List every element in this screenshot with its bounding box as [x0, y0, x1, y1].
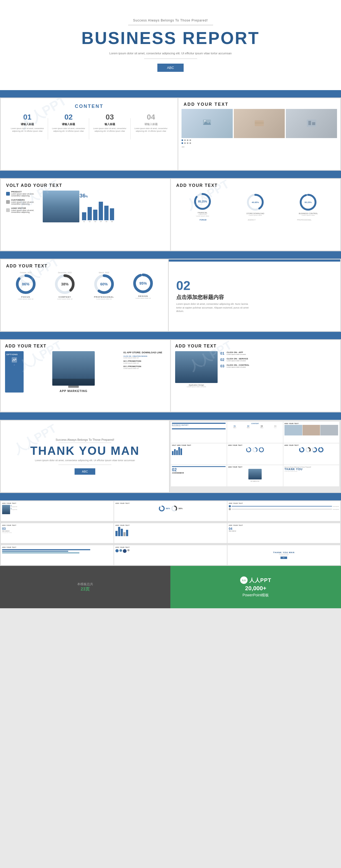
band-blue-4: [0, 332, 341, 339]
tvb1: [172, 451, 174, 455]
content-item-2: 02 请输入标题 Lorem ipsum dolor sit amet, con…: [51, 113, 86, 132]
footer-sub: PowerPoint模板: [243, 593, 269, 598]
cover-abc-button[interactable]: ABC: [158, 64, 183, 72]
et1-1-text: 01 Lorem ipsum dolor 02 Lorem ipsum dolo…: [10, 505, 112, 514]
et1-3-item2: Lorem ipsum: [229, 508, 339, 510]
bar-label-4: 04: [100, 221, 102, 222]
tc-n2t: 请输入: [242, 427, 255, 428]
et1-3-dot1: [229, 505, 231, 507]
et3-2: ADD YOUR TEXT: [114, 545, 227, 565]
add-num-1: 01: [220, 351, 225, 355]
tb-bar2: [172, 428, 226, 429]
et2-1-num: 03: [2, 527, 112, 530]
volt-layout: PRODUCT Lorem ipsum dolor sit amet, cons…: [6, 191, 165, 222]
volt-item-text-3: LEAD VISITOR Lorem ipsum dolor sit amet,…: [11, 207, 40, 213]
tc-n3t: 请输入: [255, 427, 268, 428]
dot-8: [190, 142, 191, 144]
bar-label-6: 06: [111, 221, 113, 222]
add-text-3: CLICK ON - CONTROL Lorem ipsum dolor sit…: [227, 364, 249, 368]
donut-desc-1: Lorem ipsum dolor sit: [15, 298, 36, 300]
content-num-2: 02: [51, 113, 86, 121]
tag-forum: FORUM: [200, 219, 206, 221]
et3-1: ADD YOUR TEXT: [1, 545, 114, 565]
circle-label-1: FINANCIAL: [193, 212, 212, 214]
dot-2: [184, 140, 186, 141]
tc-n1t: 请输入: [228, 427, 241, 428]
extra-thumbs-3: ADD YOUR TEXT ADD YOUR TEXT THANK YOU MA…: [0, 545, 341, 566]
slide-thankyou-left: 人人PPT Success Always Belongs To Those Pr…: [1, 421, 169, 492]
et2b2: [118, 527, 120, 536]
slide-volt-left: 人人PPT VOLT ADD YOUR TEXT PRODUCT Lorem i…: [1, 179, 170, 250]
bar-fill-3: [93, 210, 97, 220]
dot-3: [187, 140, 189, 141]
slide-02-desc: Lorem ipsum dolor sit amet, consectetur …: [176, 302, 251, 313]
cover-tagline: Success Always Belongs To Those Prepared…: [133, 19, 208, 22]
app-monitor: APP MARKETING: [26, 351, 121, 393]
donut-date-2: December, 2023: [54, 272, 75, 274]
bar-4: 04: [99, 202, 103, 222]
add-right-row-3: 03 CLICK ON - CONTROL Lorem ipsum dolor …: [220, 364, 336, 368]
et1-1-d1: Lorem ipsum dolor: [10, 506, 112, 507]
cover-title: BUSINESS REPORT: [82, 28, 260, 48]
et3-1-title: ADD YOUR TEXT: [2, 547, 112, 548]
circle-item-1: 85.25% FINANCIAL CREATION Lorem ipsum do…: [193, 192, 212, 217]
circle-container-1: 85.25%: [193, 192, 212, 211]
extra-thumbs-2: ADD YOUR TEXT 03 请输入标题内容 Lorem ipsum dol…: [0, 522, 341, 544]
img-dots-row-2: [178, 142, 340, 145]
cover-subtitle: Lorem ipsum dolor sit amet, consectetur …: [109, 52, 232, 55]
donut-pct-1: 86%: [22, 282, 29, 286]
et2-1-desc: Lorem ipsum dolor sit amet: [2, 532, 112, 533]
volt-icon-1: [6, 192, 10, 195]
slide-row-4: 人人PPT ADD YOUR TEXT October, 2023 86% FO…: [0, 259, 341, 332]
content-num-1: 01: [9, 113, 45, 121]
donut-label-2: COMPANY: [54, 296, 75, 298]
slide-row-5: 人人PPT ADD YOUR TEXT OPTIONS A APP MARKET…: [0, 339, 341, 412]
et2-3: ADD YOUR TEXT 04 请输入标题内容: [227, 523, 340, 543]
add-desc-1: Lorem ipsum dolor sit amet: [227, 353, 246, 355]
et1-3-line2: [232, 509, 332, 509]
tds-svg3: [312, 447, 317, 453]
bar-3: 03: [93, 210, 97, 222]
bar-5: 05: [104, 206, 109, 222]
et1-1-d2: Lorem ipsum dolor: [10, 509, 112, 510]
footer-left: 本模板总共 23页: [0, 566, 170, 608]
add-right-title: ADD YOUR TEXT: [175, 344, 336, 348]
donut-item-1: October, 2023 86% FOCUS Lorem ipsum dolo…: [15, 272, 36, 300]
volt-item-1: PRODUCT Lorem ipsum dolor sit amet, cons…: [6, 191, 40, 197]
ty-button[interactable]: ABC: [75, 468, 95, 475]
band-blue-5: [0, 412, 341, 420]
circles-row: 85.25% FINANCIAL CREATION Lorem ipsum do…: [176, 192, 335, 217]
tc-n4: 04请输入: [269, 425, 282, 428]
donut-container-3: 60%: [93, 274, 115, 295]
add-right-items: 01 CLICK ON - APP Lorem ipsum dolor sit …: [220, 351, 336, 388]
et1-3-content: Lorem ipsum Lorem ipsum: [229, 505, 339, 510]
bar-fill-6: [110, 208, 114, 220]
app-marketing-label: APP MARKETING: [52, 389, 95, 393]
tty-title: THANK YOU: [284, 468, 338, 471]
bar-label-1: 01: [83, 221, 85, 222]
volt-title: VOLT ADD YOUR TEXT: [6, 183, 165, 188]
tas-title: ADD YOUR TEXT: [228, 466, 282, 468]
et1-3-text2: Lorem ipsum: [333, 508, 339, 510]
volt-mid-panel: 36%: [43, 191, 80, 222]
et2-2-title: ADD YOUR TEXT: [115, 525, 226, 526]
et2-1-sub: 请输入标题内容: [2, 530, 112, 532]
thumb-circles-sm: ADD YOUR TEXT: [227, 443, 283, 465]
tc-n1: 01请输入: [228, 425, 241, 428]
et1-2-svg2: [171, 505, 177, 512]
et2-3-num: 04: [229, 527, 339, 530]
app-options-panel: OPTIONS A: [5, 351, 24, 393]
donut-pct-3: 60%: [100, 282, 108, 286]
content-num-4: 04: [133, 113, 169, 121]
footer-logo-text: 人人PPT: [249, 577, 272, 584]
app-promo-title-2: 02 1 PROMOTION: [123, 360, 166, 362]
circle-desc-3: Lorem ipsum dolor: [299, 214, 318, 216]
tig-imgs: [284, 425, 338, 435]
tty-sub: Lorem ipsum dolor sit amet: [284, 471, 338, 472]
circle-container-3: 95.25%: [299, 193, 317, 212]
volt-item-text-2: CUSTOMERS Lorem ipsum dolor sit amet, co…: [11, 199, 40, 205]
content-item-desc-4: Lorem ipsum dolor sit amet, consectetur …: [133, 127, 169, 132]
slide-cover: Success Always Belongs To Those Prepared…: [0, 0, 341, 90]
et2b4: [123, 532, 125, 536]
et3-1-bar3: [2, 552, 79, 553]
